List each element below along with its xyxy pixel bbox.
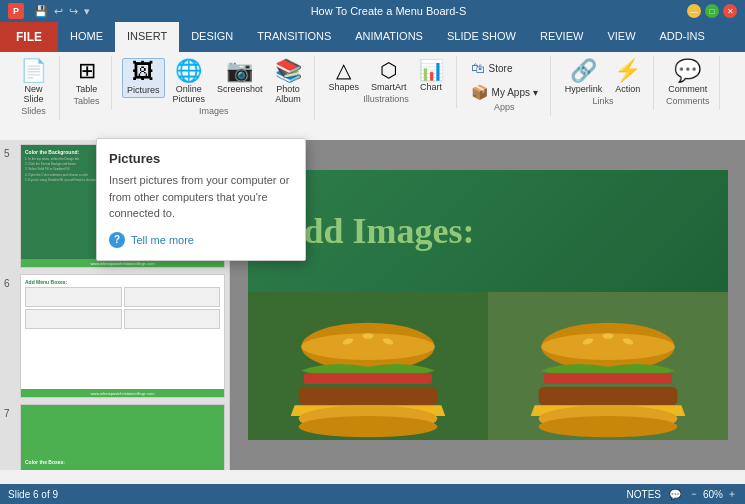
- links-group-items: 🔗 Hyperlink ⚡ Action: [561, 58, 646, 96]
- ribbon-group-illustrations: △ Shapes ⬡ SmartArt 📊 Chart Illustration…: [317, 56, 457, 108]
- notes-btn[interactable]: NOTES: [627, 489, 661, 500]
- slide-thumb-7[interactable]: 7 Color the Boxes:: [4, 404, 225, 470]
- slide-img-6[interactable]: Add Menu Boxes: www.wheatpastchristianco…: [20, 274, 225, 398]
- comments-status-btn[interactable]: 💬: [669, 489, 681, 500]
- s6-footer: www.wheatpastchristiancollege.com: [21, 389, 224, 397]
- title-bar: P 💾 ↩ ↪ ▾ How To Create a Menu Board-S —…: [0, 0, 745, 22]
- zoom-bar: － 60% ＋: [689, 487, 737, 501]
- action-button[interactable]: ⚡ Action: [610, 58, 645, 96]
- tab-slideshow[interactable]: SLIDE SHOW: [435, 22, 528, 52]
- maximize-btn[interactable]: □: [705, 4, 719, 18]
- svg-rect-14: [544, 373, 672, 384]
- slide-num-7: 7: [4, 408, 16, 419]
- zoom-in-btn[interactable]: ＋: [727, 487, 737, 501]
- slide-view: Add Images:: [230, 140, 745, 470]
- tables-group-items: ⊞ Table: [71, 58, 103, 96]
- burger-left-svg: [288, 320, 448, 440]
- status-right: NOTES 💬 － 60% ＋: [627, 487, 737, 501]
- screenshot-button[interactable]: 📷 Screenshot: [213, 58, 267, 96]
- illustrations-group-label: Illustrations: [363, 94, 409, 106]
- window-controls: — □ ✕: [687, 4, 737, 18]
- store-icon: 🛍: [471, 60, 485, 76]
- main-slide-background: Add Images:: [248, 170, 728, 440]
- online-pictures-label: OnlinePictures: [173, 84, 206, 104]
- slide-inner-7: Color the Boxes:: [21, 405, 224, 470]
- help-icon-char: ?: [114, 234, 120, 245]
- photo-album-button[interactable]: 📚 PhotoAlbum: [271, 58, 306, 106]
- tab-transitions[interactable]: TRANSITIONS: [245, 22, 343, 52]
- pictures-tooltip: Pictures Insert pictures from your compu…: [96, 138, 306, 261]
- slide-thumb-6[interactable]: 6 Add Menu Boxes: www.wheatpastchris: [4, 274, 225, 398]
- svg-point-12: [602, 333, 613, 338]
- images-group-label: Images: [199, 106, 229, 118]
- screenshot-icon: 📷: [226, 60, 253, 82]
- save-qa-btn[interactable]: 💾: [34, 5, 48, 18]
- tables-group-label: Tables: [73, 96, 99, 108]
- s5-footer-text: www.wheatpastchristiancollege.com: [90, 261, 154, 266]
- chart-button[interactable]: 📊 Chart: [415, 58, 448, 94]
- my-apps-button[interactable]: 📦 My Apps ▾: [467, 82, 542, 102]
- status-bar: Slide 6 of 9 NOTES 💬 － 60% ＋: [0, 484, 745, 504]
- undo-qa-btn[interactable]: ↩: [54, 5, 63, 18]
- ribbon-tabs: FILE HOME INSERT DESIGN TRANSITIONS ANIM…: [0, 22, 745, 52]
- table-icon: ⊞: [78, 60, 96, 82]
- ribbon-group-apps: 🛍 Store 📦 My Apps ▾ Apps: [459, 56, 551, 116]
- svg-rect-6: [298, 387, 437, 406]
- window-title: How To Create a Menu Board-S: [90, 5, 687, 17]
- tab-review[interactable]: REVIEW: [528, 22, 595, 52]
- hyperlink-label: Hyperlink: [565, 84, 603, 94]
- online-pictures-button[interactable]: 🌐 OnlinePictures: [169, 58, 210, 106]
- ribbon-group-slides: 📄 NewSlide Slides: [8, 56, 60, 120]
- svg-rect-5: [304, 373, 432, 384]
- burger-right-svg: [528, 320, 688, 440]
- ribbon-group-links: 🔗 Hyperlink ⚡ Action Links: [553, 56, 655, 110]
- tab-animations[interactable]: ANIMATIONS: [343, 22, 435, 52]
- tab-file[interactable]: FILE: [0, 22, 58, 52]
- title-bar-left: P 💾 ↩ ↪ ▾: [8, 3, 90, 19]
- photo-album-label: PhotoAlbum: [275, 84, 301, 104]
- tooltip-tell-me-more[interactable]: ? Tell me more: [109, 232, 293, 248]
- pictures-icon: 🖼: [132, 61, 154, 83]
- slide-count: Slide 6 of 9: [8, 489, 58, 500]
- minimize-btn[interactable]: —: [687, 4, 701, 18]
- close-btn[interactable]: ✕: [723, 4, 737, 18]
- s6-title: Add Menu Boxes:: [25, 279, 220, 285]
- slide-content-6: Add Menu Boxes:: [21, 275, 224, 389]
- quick-access-toolbar: 💾 ↩ ↪ ▾: [34, 5, 90, 18]
- ribbon-content: 📄 NewSlide Slides ⊞ Table Tables 🖼 Pictu…: [0, 52, 745, 140]
- store-button[interactable]: 🛍 Store: [467, 58, 542, 78]
- smartart-button[interactable]: ⬡ SmartArt: [367, 58, 411, 94]
- s6-box-1: [25, 287, 122, 307]
- tab-view[interactable]: VIEW: [595, 22, 647, 52]
- tooltip-description: Insert pictures from your computer or fr…: [109, 172, 293, 222]
- table-button[interactable]: ⊞ Table: [71, 58, 103, 96]
- s6-box-2: [124, 287, 221, 307]
- tab-insert[interactable]: INSERT: [115, 22, 179, 52]
- action-icon: ⚡: [614, 60, 641, 82]
- zoom-out-btn[interactable]: －: [689, 487, 699, 501]
- s6-boxes: [25, 287, 220, 329]
- comments-group-label: Comments: [666, 96, 710, 108]
- redo-qa-btn[interactable]: ↪: [69, 5, 78, 18]
- slide-img-7[interactable]: Color the Boxes:: [20, 404, 225, 470]
- shapes-button[interactable]: △ Shapes: [325, 58, 364, 94]
- my-apps-icon: 📦: [471, 84, 488, 100]
- slide-content-7: Color the Boxes:: [21, 405, 224, 470]
- tooltip-title: Pictures: [109, 151, 293, 166]
- pictures-button[interactable]: 🖼 Pictures: [122, 58, 165, 98]
- new-slide-button[interactable]: 📄 NewSlide: [16, 58, 51, 106]
- smartart-icon: ⬡: [380, 60, 397, 80]
- pictures-label: Pictures: [127, 85, 160, 95]
- svg-rect-15: [538, 387, 677, 406]
- svg-point-3: [362, 333, 373, 338]
- hyperlink-button[interactable]: 🔗 Hyperlink: [561, 58, 607, 96]
- tab-design[interactable]: DESIGN: [179, 22, 245, 52]
- tab-addins[interactable]: ADD-INS: [648, 22, 717, 52]
- comment-button[interactable]: 💬 Comment: [664, 58, 711, 96]
- comment-icon: 💬: [674, 60, 701, 82]
- hyperlink-icon: 🔗: [570, 60, 597, 82]
- tab-home[interactable]: HOME: [58, 22, 115, 52]
- ribbon-group-comments: 💬 Comment Comments: [656, 56, 720, 110]
- app-icon-letter: P: [13, 6, 19, 16]
- illustrations-group-items: △ Shapes ⬡ SmartArt 📊 Chart: [325, 58, 448, 94]
